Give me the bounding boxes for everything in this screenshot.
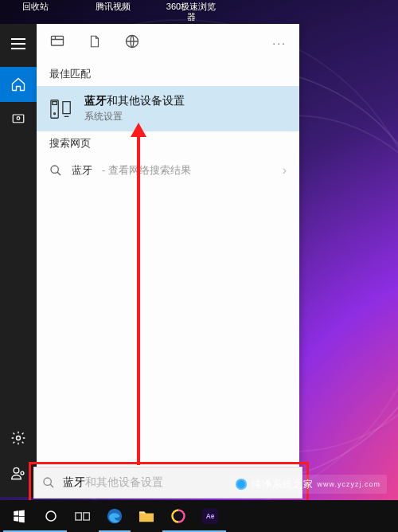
taskbar-start-button[interactable] (3, 500, 35, 532)
desktop-icon-label: 腾讯视频 (96, 2, 131, 12)
watermark: 纯净系统之家 www.yczyzj.com (229, 475, 387, 494)
gear-icon (10, 430, 26, 446)
svg-point-12 (46, 511, 56, 521)
svg-point-9 (54, 112, 56, 114)
svg-point-4 (21, 471, 24, 475)
svg-rect-5 (52, 36, 64, 45)
edge-icon (106, 507, 123, 525)
desktop-icons: 回收站 腾讯视频 360极速浏览 器 (0, 0, 226, 22)
desktop-icon-360-browser[interactable]: 360极速浏览 器 (162, 0, 220, 22)
svg-point-11 (44, 478, 51, 485)
web-results-header: 搜索网页 (37, 131, 299, 155)
scope-more[interactable]: ··· (272, 37, 287, 49)
chevron-right-icon: › (283, 163, 287, 178)
cortana-icon (44, 509, 58, 523)
bluetooth-settings-icon (49, 97, 73, 121)
svg-point-3 (14, 467, 19, 473)
scope-all-icon[interactable] (49, 33, 65, 53)
scope-documents-icon[interactable] (88, 33, 102, 53)
svg-rect-0 (13, 115, 24, 123)
svg-point-2 (17, 436, 21, 440)
search-icon (49, 164, 62, 177)
windows-logo-icon (12, 509, 26, 523)
rail-home[interactable] (0, 67, 37, 102)
taskbar-after-effects[interactable]: Ae (194, 500, 226, 532)
rail-pinned[interactable] (0, 102, 37, 137)
taskbar: Ae (0, 500, 398, 532)
best-match-subtitle: 系统设置 (84, 110, 185, 123)
svg-rect-8 (53, 101, 57, 104)
best-match-header: 最佳匹配 (37, 62, 299, 86)
search-icon (42, 476, 55, 489)
svg-point-1 (17, 117, 20, 120)
user-icon (10, 465, 26, 481)
taskbar-cortana[interactable] (35, 500, 67, 532)
scope-web-icon[interactable] (124, 33, 140, 53)
desktop-icon-tencent-video[interactable]: 腾讯视频 (84, 0, 142, 22)
web-result-query: 蓝牙 (72, 163, 92, 178)
task-view-icon (75, 510, 91, 522)
desktop-icon-label: 360极速浏览 器 (162, 2, 220, 22)
watermark-url: www.yczyzj.com (317, 480, 380, 488)
web-result-row[interactable]: 蓝牙 - 查看网络搜索结果 › (37, 155, 299, 186)
watermark-logo-icon (236, 479, 247, 490)
taskbar-app-colorful[interactable] (162, 500, 194, 532)
after-effects-icon: Ae (202, 508, 218, 524)
svg-rect-14 (84, 513, 90, 520)
annotation-arrow-shaft (137, 135, 140, 465)
home-icon (10, 76, 26, 92)
best-match-result[interactable]: 蓝牙和其他设备设置 系统设置 (37, 86, 299, 131)
watermark-text: 纯净系统之家 (252, 478, 314, 491)
hamburger-icon[interactable] (11, 43, 25, 45)
desktop-icon-label: 回收站 (22, 2, 49, 12)
swirl-icon (170, 508, 186, 524)
web-result-hint: - 查看网络搜索结果 (102, 163, 191, 178)
start-left-rail (0, 24, 37, 497)
desktop-icon-recycle-bin[interactable]: 回收站 (6, 0, 64, 22)
svg-point-10 (51, 166, 58, 173)
rail-settings[interactable] (0, 421, 37, 456)
rail-account[interactable] (0, 456, 37, 491)
svg-text:Ae: Ae (206, 512, 215, 520)
start-search-panel: ··· 最佳匹配 蓝牙和其他设备设置 系统设置 搜索网页 (37, 24, 299, 497)
search-typed-text: 蓝牙 (63, 475, 85, 490)
taskbar-explorer[interactable] (131, 500, 162, 532)
folder-icon (138, 509, 155, 523)
search-scope-row: ··· (37, 24, 299, 62)
best-match-title: 蓝牙和其他设备设置 (84, 94, 185, 108)
search-ghost-text: 和其他设备设置 (85, 475, 163, 490)
svg-rect-13 (76, 513, 82, 520)
taskbar-task-view[interactable] (67, 500, 99, 532)
taskbar-edge[interactable] (99, 500, 131, 532)
monitor-icon (11, 112, 25, 127)
